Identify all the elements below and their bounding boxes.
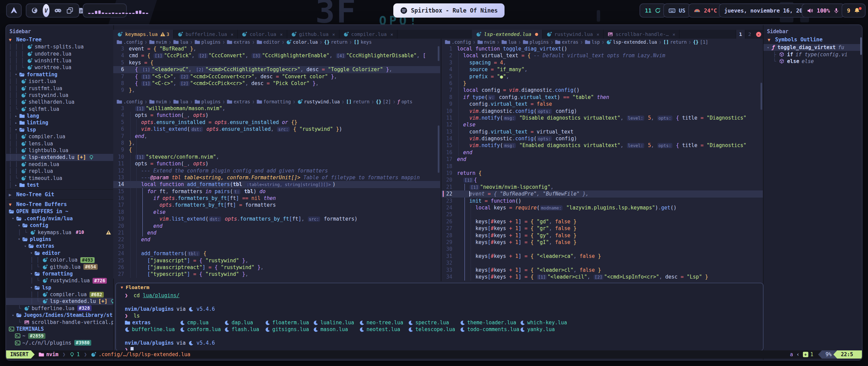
pane-divider[interactable] bbox=[441, 39, 441, 281]
ls-file-entry[interactable]: lualine.lua bbox=[313, 319, 359, 326]
code-line[interactable]: 23 init = function() bbox=[441, 198, 763, 204]
sidebar-section-neo-tree-git[interactable]: ▶Neo-Tree Git bbox=[6, 191, 113, 198]
code-line[interactable]: 25 ["javascript"] = { "rustywind" }, bbox=[113, 257, 440, 264]
terminal-line[interactable] bbox=[125, 333, 760, 340]
tree-item-terminals[interactable]: TERMINALS bbox=[6, 326, 113, 332]
tree-item-lsp[interactable]: │ ▾lsp bbox=[6, 126, 113, 133]
tree-item-github.lua[interactable]: │ └ github.lua#654 bbox=[6, 263, 113, 270]
tree-item-open-buffers-in-~[interactable]: OPEN BUFFERS in ~ bbox=[6, 208, 113, 215]
workspace-firefox[interactable] bbox=[31, 5, 38, 16]
code-line[interactable]: 4cmd = { [1]"CccPick", [2]"CccConvert", … bbox=[113, 52, 440, 59]
outline-item-if[interactable]: ├ ifif type(config.vi bbox=[764, 51, 863, 58]
code-line[interactable]: 14 local function add_formatters(tbl :ta… bbox=[113, 181, 440, 188]
tree-item-timeout.lua[interactable]: │ └ timeout.lua bbox=[6, 175, 113, 181]
terminal-line[interactable]: ❯ cdlua/plugins/ bbox=[125, 292, 760, 299]
breadcrumb-item[interactable]: editor bbox=[263, 39, 280, 45]
tree-item-lightbulb.lua[interactable]: │ │ lightbulb.lua bbox=[6, 147, 113, 154]
code-line[interactable]: 16 if opts.formatters_by_ft[ft] == nil t… bbox=[113, 195, 440, 202]
code-line[interactable]: 4 source = "if_many", bbox=[441, 66, 763, 73]
breadcrumb-item[interactable]: color.lua bbox=[293, 39, 318, 45]
tab-bufferline.lua[interactable]: bufferline.lua✕ bbox=[174, 30, 238, 39]
breadcrumb-item[interactable]: return bbox=[331, 39, 348, 45]
tab-scrollbar-handle--[interactable]: scrollbar-handle-…✕ bbox=[604, 30, 679, 39]
breadcrumb-item[interactable]: keys bbox=[361, 39, 372, 45]
tree-item-lsp-extended.lu[interactable]: │ │ lsp-extended.lu[+] bbox=[6, 154, 113, 161]
outline-scrollbar[interactable] bbox=[860, 37, 862, 55]
tree-item-juegos-indies-steamlibrary-st[interactable]: ▾Juegos/Indies/SteamLibrary/st bbox=[6, 312, 113, 319]
terminal-line[interactable]: extrascmp.luadap.luafloaterm.lualualine.… bbox=[125, 319, 760, 326]
workspace-windows[interactable] bbox=[66, 5, 73, 16]
code-line[interactable]: 4 opts = function(_, opts) bbox=[113, 112, 440, 119]
code-line[interactable]: 17 opts.formatters_by_ft[ft] = formatter… bbox=[113, 202, 440, 208]
breadcrumb-item[interactable]: .config bbox=[123, 39, 143, 45]
code-line[interactable]: 10 vim.diagnostic.config(opts: config) bbox=[441, 108, 763, 115]
launcher-button[interactable] bbox=[6, 3, 22, 18]
tab-color.lua[interactable]: color.lua✕ bbox=[238, 30, 287, 39]
code-line[interactable]: 6 { [1]"<leader>uC", [2]"<cmd>CccHighlig… bbox=[113, 66, 440, 73]
breadcrumb-item[interactable]: [2] bbox=[383, 99, 391, 104]
ls-file-entry[interactable]: theme-loader.lua bbox=[460, 319, 520, 326]
code-line[interactable]: 21 [1]"neovim/nvim-lspconfig", bbox=[441, 184, 763, 190]
code-line[interactable]: 23 bbox=[113, 243, 440, 250]
floaterm-terminal[interactable]: ▼ Floaterm ❯ cdlua/plugins/nvim/lua/plug… bbox=[115, 283, 764, 351]
ls-file-entry[interactable]: gitsigns.lua bbox=[265, 326, 313, 333]
tree-item-plugins[interactable]: ▾plugins bbox=[6, 236, 113, 243]
code-line[interactable]: 20 end bbox=[113, 223, 440, 229]
tab-close-icon[interactable]: ✕ bbox=[391, 32, 393, 37]
code-line[interactable]: 13 config.virtual_text = virtual_text bbox=[441, 128, 763, 135]
workspace-vim[interactable]: V bbox=[43, 4, 50, 17]
breadcrumb-item[interactable]: extras bbox=[234, 99, 250, 104]
tree-item-~[interactable]: ~#2859 bbox=[6, 332, 113, 339]
code-line[interactable]: 3event = { "BufRead" }, bbox=[113, 45, 440, 52]
code-line[interactable]: 24 add_formatters(tbl: { bbox=[113, 250, 440, 257]
tree-item-.config-nvim-lua[interactable]: ▾.config/nvim/lua bbox=[6, 215, 113, 222]
tree-item-compiler.lua[interactable]: │ │ compiler.lua bbox=[6, 133, 113, 140]
tab-close-all-button[interactable]: ✕ bbox=[754, 32, 763, 37]
breadcrumb-item[interactable]: nvim bbox=[156, 39, 167, 45]
ls-file-entry[interactable]: bufferline.lua bbox=[125, 326, 180, 333]
volume-widget[interactable]: 100% bbox=[802, 3, 845, 18]
breadcrumb-item[interactable]: rustywind.lua bbox=[304, 99, 340, 104]
code-line[interactable]: 16 end bbox=[441, 149, 763, 156]
code-line[interactable]: 28 keys[#keys + 1] = { "gy", false } bbox=[441, 232, 763, 239]
code-line[interactable]: 15 vim.notify(msg: "Enabled diagnostics … bbox=[441, 142, 763, 149]
editor-pane-lsp-extended[interactable]: 1local function toggle_diag_virtext()2 l… bbox=[441, 45, 763, 281]
code-line[interactable]: 25 bbox=[441, 211, 763, 218]
ls-file-entry[interactable]: cmp.lua bbox=[180, 319, 224, 326]
ls-file-entry[interactable]: floaterm.lua bbox=[265, 319, 313, 326]
breadcrumb-item[interactable]: lua bbox=[180, 99, 188, 104]
code-line[interactable]: 7 end, bbox=[113, 133, 440, 140]
tab-close-icon[interactable]: ✕ bbox=[597, 32, 599, 37]
breadcrumb-item[interactable]: plugins bbox=[201, 99, 221, 104]
tree-item-config[interactable]: ▾config bbox=[6, 222, 113, 229]
code-line[interactable]: 8}, bbox=[113, 140, 440, 146]
tree-item-extras[interactable]: ▾extras bbox=[6, 243, 113, 249]
tree-item-compiler.lua[interactable]: │ │ compiler.lua#682 bbox=[6, 291, 113, 298]
updates-widget[interactable]: 11 bbox=[639, 3, 666, 18]
breadcrumb-item[interactable]: extras bbox=[234, 39, 250, 45]
code-line[interactable]: 5keys = { bbox=[113, 59, 440, 66]
tree-item-rustfmt.lua[interactable]: │ │ rustfmt.lua bbox=[6, 85, 113, 92]
code-line[interactable]: 22 end bbox=[113, 236, 440, 243]
code-line[interactable]: ▎22 event = { "BufReadPre", "BufNewFile"… bbox=[441, 190, 763, 197]
sidebar-section-neo-tree[interactable]: ▼Neo-Tree bbox=[6, 36, 113, 43]
tree-item-linting[interactable]: │ ▸linting bbox=[6, 119, 113, 126]
tree-item-shellharden.lua[interactable]: │ │ shellharden.lua bbox=[6, 99, 113, 105]
code-line[interactable]: 9}, bbox=[113, 87, 440, 94]
tree-item-scrollbar-handle-vertical.p[interactable]: └ scrollbar-handle-vertical.p bbox=[6, 319, 113, 325]
code-line[interactable]: 5 prefix = "●", bbox=[441, 73, 763, 80]
tree-item-lang[interactable]: │ ▸lang bbox=[6, 113, 113, 119]
code-line[interactable]: 26 ["javascriptreact"] = { "rustywind" }… bbox=[113, 264, 440, 271]
terminal-line[interactable]: nvim/lua/pluginsvia v5.4.6 bbox=[125, 306, 760, 312]
tree-item-formatting[interactable]: ▾formatting bbox=[6, 270, 113, 277]
terminal-line[interactable] bbox=[125, 299, 760, 306]
code-line[interactable]: 27 keys[#keys + 1] = { "gr", false } bbox=[441, 225, 763, 232]
breadcrumb-item[interactable]: nvim bbox=[484, 39, 495, 45]
code-line[interactable]: 27 ["typescript"] = { "rustywind" }, bbox=[113, 271, 440, 278]
workspace-gamepad[interactable] bbox=[54, 5, 62, 16]
ls-file-entry[interactable]: telescope.lua bbox=[408, 326, 460, 333]
code-line[interactable]: 19 vim.list_extend(dst: opts.formatters_… bbox=[113, 216, 440, 222]
code-line[interactable]: 14 vim.diagnostic.config(opts: config) bbox=[441, 135, 763, 142]
breadcrumb-item[interactable]: return bbox=[670, 39, 687, 45]
code-line[interactable]: 17end bbox=[441, 156, 763, 163]
